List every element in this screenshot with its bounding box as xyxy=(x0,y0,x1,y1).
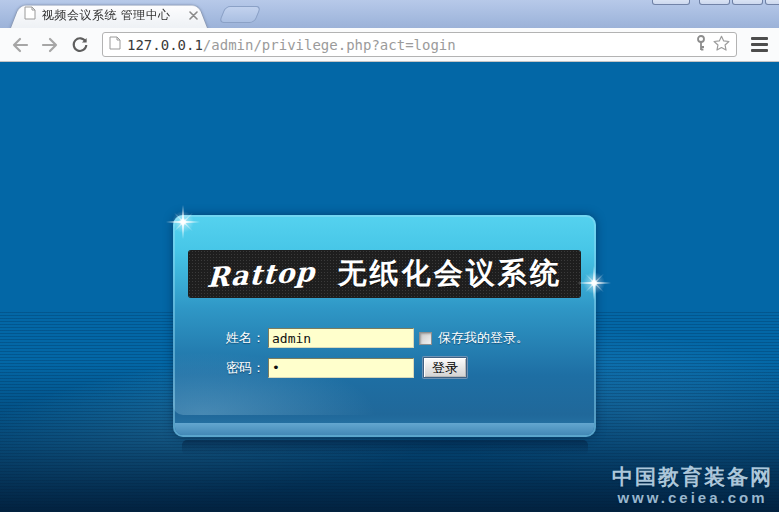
tab-close-icon[interactable] xyxy=(187,9,200,22)
panel-shine xyxy=(173,295,469,415)
bookmark-star-icon[interactable] xyxy=(713,35,730,55)
login-header: Rattop 无纸化会议系统 xyxy=(188,250,581,298)
login-panel: Rattop 无纸化会议系统 姓名： 保存我的登录。 密码： 登录 xyxy=(173,215,596,437)
remember-checkbox[interactable] xyxy=(419,332,432,345)
username-row: 姓名： 保存我的登录。 xyxy=(226,328,529,348)
system-title: 无纸化会议系统 xyxy=(338,254,562,294)
password-key-icon[interactable] xyxy=(695,35,707,55)
browser-tab[interactable]: 视频会议系统 管理中心 xyxy=(10,2,208,28)
panel-reflection xyxy=(182,440,588,455)
url-path: /admin/privilege.php?act=login xyxy=(203,37,456,53)
window-maximize-button[interactable] xyxy=(732,0,763,5)
window-close-button[interactable] xyxy=(765,0,779,5)
password-row: 密码： 登录 xyxy=(226,357,467,378)
back-icon[interactable] xyxy=(8,33,32,57)
forward-icon[interactable] xyxy=(38,33,62,57)
page-favicon-icon xyxy=(24,6,36,24)
new-tab-button[interactable] xyxy=(219,6,262,23)
password-input[interactable] xyxy=(268,358,414,378)
reload-icon[interactable] xyxy=(68,33,92,57)
page-content: Rattop 无纸化会议系统 姓名： 保存我的登录。 密码： 登录 中国教育装备… xyxy=(0,62,779,512)
page-icon xyxy=(109,36,121,54)
menu-icon[interactable] xyxy=(747,33,771,57)
password-label: 密码： xyxy=(226,359,268,377)
url-host: 127.0.0.1 xyxy=(127,37,203,53)
window-minimize-button[interactable] xyxy=(699,0,730,5)
sparkle-decoration xyxy=(166,205,200,239)
tab-strip: 视频会议系统 管理中心 xyxy=(0,0,779,28)
username-input[interactable] xyxy=(268,328,414,348)
brand-logo: Rattop xyxy=(207,256,317,293)
username-label: 姓名： xyxy=(226,329,268,347)
browser-toolbar: 127.0.0.1/admin/privilege.php?act=login xyxy=(0,28,779,62)
login-button[interactable]: 登录 xyxy=(423,357,467,378)
tab-title: 视频会议系统 管理中心 xyxy=(42,7,181,24)
url-text[interactable]: 127.0.0.1/admin/privilege.php?act=login xyxy=(127,37,689,53)
browser-window: 视频会议系统 管理中心 127.0.0.1/admin/privilege.ph… xyxy=(0,0,779,512)
remember-label: 保存我的登录。 xyxy=(438,329,529,347)
window-control-button[interactable] xyxy=(652,0,690,5)
address-bar[interactable]: 127.0.0.1/admin/privilege.php?act=login xyxy=(102,32,737,57)
